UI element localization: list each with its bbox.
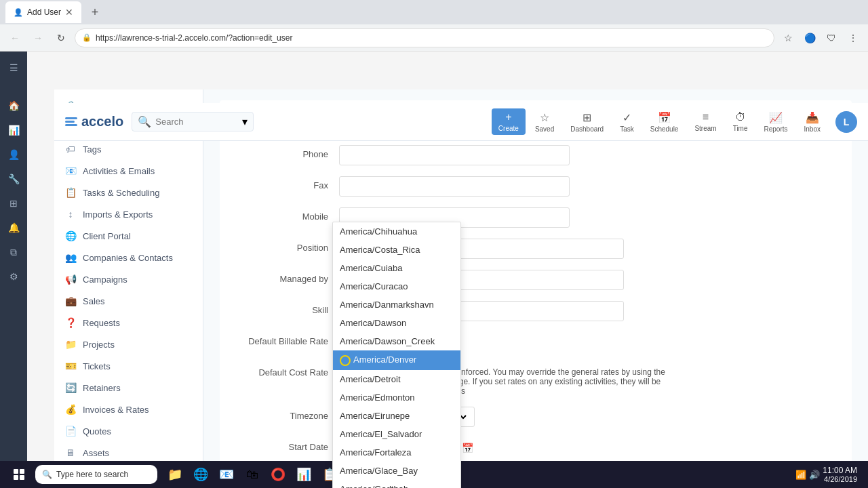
timezone-dropdown-overlay: America/Chihuahua America/Costa_Rica Ame… [332,222,461,488]
sidebar-item-retainers[interactable]: 🔄 Retainers [54,377,203,399]
billable-rate-row: Default Billable Rate [233,332,838,352]
dropdown-item-12[interactable]: America/Fortaleza [333,443,460,462]
user-avatar[interactable]: L [835,111,857,133]
dropdown-item-denver[interactable]: America/Denver [333,350,460,370]
sidebar-item-invoices-rates[interactable]: 💰 Invoices & Rates [54,399,203,420]
tray-clock[interactable]: 11:00 AM 4/26/2019 [823,466,857,483]
refresh-button[interactable]: ↻ [52,28,71,47]
sidebar-item-quotes[interactable]: 📄 Quotes [54,420,203,442]
people-icon[interactable]: 👤 [3,144,24,165]
bookmark-button[interactable]: ☆ [778,28,797,47]
inbox-button[interactable]: 📥 Inbox [797,108,827,136]
back-button[interactable]: ← [5,28,24,47]
dashboard-button[interactable]: ⊞ Dashboard [564,108,610,136]
time-button[interactable]: ⏱ Time [726,108,755,135]
taskbar-chrome[interactable]: ⭕ [266,462,290,487]
dropdown-item-4[interactable]: America/Danmarkshavn [333,296,460,314]
calendar-icon-start[interactable]: 📅 [462,443,473,453]
dropdown-scroll-area[interactable]: America/Chihuahua America/Costa_Rica Ame… [333,222,460,488]
network-icon[interactable]: 📶 [795,470,806,480]
active-tab[interactable]: 👤 Add User ✕ [5,1,81,23]
task-button[interactable]: ✓ Task [613,108,641,136]
cost-rate-row: Default Cost Rate If rates are set here,… [233,363,838,396]
sidebar-item-imports-exports[interactable]: ↕ Imports & Exports [54,203,203,225]
sidebar-label: Tasks & Scheduling [83,188,159,198]
settings-icon[interactable]: ⚙ [3,266,24,287]
dropdown-item-5[interactable]: America/Dawson [333,314,460,332]
hamburger-menu-icon[interactable]: ☰ [3,57,24,79]
address-bar[interactable]: 🔒 https://lawrence-s-trial-2.accelo.com/… [75,28,774,47]
new-tab-button[interactable]: + [87,4,103,20]
start-button[interactable] [5,464,33,485]
tools-icon[interactable]: 🔧 [3,168,24,190]
taskbar-store[interactable]: 🛍 [240,462,264,487]
dropdown-item-14[interactable]: America/Godthab [333,480,460,488]
dropdown-item-0[interactable]: America/Chihuahua [333,222,460,241]
app-header: accelo 🔍 ▾ + Create ☆ Saved ⊞ Dash [54,103,868,141]
sidebar-item-tags[interactable]: 🏷 Tags [54,138,203,160]
sidebar-label: Assets [83,448,109,458]
search-input[interactable] [155,117,238,127]
sidebar-item-activities-emails[interactable]: 📧 Activities & Emails [54,160,203,182]
dropdown-item-10[interactable]: America/Eirunepe [333,407,460,425]
quotes-icon: 📄 [65,426,76,436]
dropdown-item-2[interactable]: America/Cuiaba [333,259,460,277]
taskbar-browser[interactable]: 🌐 [189,462,213,487]
bell-icon[interactable]: 🔔 [3,217,24,239]
schedule-button[interactable]: 📅 Schedule [644,108,686,136]
sidebar-item-companies-contacts[interactable]: 👥 Companies & Contacts [54,247,203,268]
layers-icon[interactable]: ⧉ [3,241,24,263]
sidebar-item-client-portal[interactable]: 🌐 Client Portal [54,225,203,247]
sidebar-item-tickets[interactable]: 🎫 Tickets [54,355,203,377]
sidebar-label: Tickets [83,361,111,371]
tab-favicon: 👤 [14,8,23,17]
reports-icon: 📈 [769,111,783,124]
sidebar-label: Requests [83,318,120,328]
home-icon[interactable]: 🏠 [3,95,24,117]
extension-btn-1[interactable]: 🔵 [800,28,819,47]
dropdown-item-3[interactable]: America/Curacao [333,277,460,296]
extension-btn-2[interactable]: 🛡 [822,28,841,47]
chart-icon[interactable]: 📊 [3,119,24,141]
sidebar-label: Client Portal [83,231,131,241]
tab-close-btn[interactable]: ✕ [65,7,73,18]
contacts-icon: 👥 [65,252,76,263]
stream-icon: ≡ [703,111,709,123]
create-button[interactable]: + Create [492,108,526,135]
saved-button[interactable]: ☆ Saved [528,108,561,136]
taskbar-search-icon: 🔍 [42,470,52,479]
stream-button[interactable]: ≡ Stream [688,108,723,135]
speaker-icon[interactable]: 🔊 [809,470,820,480]
reports-button[interactable]: 📈 Reports [757,108,795,136]
managed-by-label: Managed by [233,270,328,284]
sidebar-item-requests[interactable]: ❓ Requests [54,312,203,333]
dropdown-item-13[interactable]: America/Glace_Bay [333,462,460,480]
taskbar-mail[interactable]: 📧 [214,462,239,487]
dropdown-item-1[interactable]: America/Costa_Rica [333,241,460,259]
grid-icon[interactable]: ⊞ [3,192,24,214]
search-dropdown-icon[interactable]: ▾ [242,115,248,128]
sidebar-item-tasks-scheduling[interactable]: 📋 Tasks & Scheduling [54,182,203,203]
dropdown-item-8[interactable]: America/Detroit [333,370,460,388]
dropdown-item-11[interactable]: America/El_Salvador [333,425,460,443]
taskbar-search-box[interactable]: 🔍 Type here to search [35,465,157,484]
forward-button[interactable]: → [28,28,47,47]
sidebar-label: Retainers [83,383,121,393]
sidebar-item-campaigns[interactable]: 📢 Campaigns [54,268,203,290]
dropdown-item-6[interactable]: America/Dawson_Creek [333,332,460,350]
phone-input[interactable] [339,145,570,165]
import-export-icon: ↕ [65,209,76,220]
sidebar-item-sales[interactable]: 💼 Sales [54,290,203,312]
phone-row: Phone [233,145,838,165]
global-search-box[interactable]: 🔍 ▾ [132,112,254,131]
mobile-label: Mobile [233,207,328,222]
taskbar-spreadsheet[interactable]: 📊 [292,462,316,487]
extension-btn-3[interactable]: ⋮ [844,28,863,47]
fax-input[interactable] [339,176,570,197]
dropdown-item-9[interactable]: America/Edmonton [333,388,460,407]
browser-nav-bar: ← → ↻ 🔒 https://lawrence-s-trial-2.accel… [0,24,868,52]
taskbar-file-explorer[interactable]: 📁 [163,462,187,487]
timezone-label: Timezone [233,407,328,421]
phone-label: Phone [233,145,328,159]
sidebar-item-projects[interactable]: 📁 Projects [54,333,203,355]
